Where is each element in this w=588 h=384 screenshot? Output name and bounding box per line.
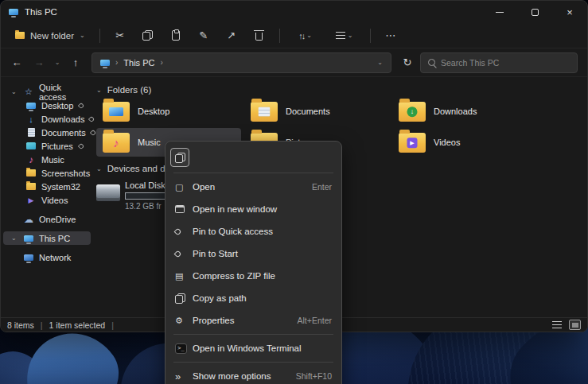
folders-group-header[interactable]: ⌄ Folders (6) xyxy=(96,85,151,95)
view-button[interactable]: ⌄ xyxy=(327,25,362,46)
recent-locations-button[interactable]: ⌄ xyxy=(52,53,63,72)
open-icon: ▢ xyxy=(175,182,193,192)
folder-tile-downloads[interactable]: Downloads xyxy=(392,97,537,126)
chevron-right-icon: › xyxy=(160,58,162,67)
sidebar-item-label: Quick access xyxy=(39,83,91,102)
pin-icon xyxy=(78,142,84,149)
minimize-button[interactable] xyxy=(482,1,517,23)
devices-group-header[interactable]: ⌄ Devices and dri xyxy=(96,164,170,173)
menu-copy-button[interactable] xyxy=(170,148,189,167)
folders-group-label: Folders (6) xyxy=(107,85,152,95)
new-folder-button[interactable]: New folder ⌄ xyxy=(9,28,92,44)
more-options-button[interactable]: ⋯ xyxy=(379,25,403,46)
chevron-right-icon: › xyxy=(115,58,118,67)
videos-icon: ▶ xyxy=(25,196,37,204)
sidebar-item-this-pc[interactable]: ⌄ This PC xyxy=(3,231,91,245)
window-title: This PC xyxy=(25,7,57,17)
music-folder-icon xyxy=(103,133,130,153)
sidebar-item-label: This PC xyxy=(39,234,70,243)
folder-tile-documents[interactable]: Documents xyxy=(244,97,389,126)
address-bar[interactable]: › This PC › ⌄ xyxy=(92,52,391,73)
sidebar-item-videos[interactable]: ▶ Videos xyxy=(3,193,91,207)
documents-icon xyxy=(25,128,37,137)
address-dropdown-icon[interactable]: ⌄ xyxy=(377,59,383,66)
chevron-down-icon: ⌄ xyxy=(11,235,18,242)
menu-item-compress-zip[interactable]: ▤ Compress to ZIP file xyxy=(165,265,341,287)
menu-item-copy-as-path[interactable]: Copy as path xyxy=(165,287,341,309)
paste-button[interactable] xyxy=(164,25,188,46)
refresh-button[interactable]: ↻ xyxy=(398,53,417,72)
sidebar-item-onedrive[interactable]: ☁ OneDrive xyxy=(3,212,91,226)
menu-item-open-windows-terminal[interactable]: >_ Open in Windows Terminal xyxy=(165,337,341,359)
status-divider: | xyxy=(41,320,43,330)
documents-folder-icon xyxy=(251,102,278,122)
titlebar: This PC × xyxy=(1,1,587,23)
search-icon xyxy=(428,59,435,66)
menu-item-open[interactable]: ▢ Open Enter xyxy=(165,176,341,198)
onedrive-icon: ☁ xyxy=(23,214,34,225)
sidebar-item-documents[interactable]: Documents xyxy=(3,126,91,139)
large-icons-view-icon xyxy=(572,323,578,328)
sidebar-item-screenshots[interactable]: Screenshots xyxy=(3,166,91,180)
folder-tile-desktop[interactable]: Desktop xyxy=(96,97,241,126)
maximize-button[interactable] xyxy=(517,1,552,23)
sidebar-item-pictures[interactable]: Pictures xyxy=(3,139,91,153)
share-icon: ↗ xyxy=(227,29,236,41)
close-icon: × xyxy=(567,7,573,17)
menu-item-show-more-options[interactable]: » Show more options Shift+F10 xyxy=(165,365,341,384)
folder-icon xyxy=(25,183,37,190)
delete-button[interactable] xyxy=(247,25,271,46)
sidebar-item-music[interactable]: ♪ Music xyxy=(3,153,91,166)
rename-button[interactable]: ✎ xyxy=(192,25,216,46)
toolbar-divider xyxy=(99,29,100,43)
sidebar-item-label: Network xyxy=(39,253,71,262)
sidebar-item-quick-access[interactable]: ⌄ ☆ Quick access xyxy=(3,85,91,99)
toolbar-divider xyxy=(370,29,371,43)
network-icon xyxy=(23,254,34,261)
chevron-down-icon: ⌄ xyxy=(55,59,60,66)
large-icons-view-button[interactable] xyxy=(569,320,581,330)
back-button[interactable]: ← xyxy=(7,53,26,72)
close-button[interactable]: × xyxy=(552,1,587,23)
copy-button[interactable] xyxy=(136,25,160,46)
folder-tile-videos[interactable]: Videos xyxy=(392,128,537,157)
details-view-button[interactable] xyxy=(549,319,565,332)
rename-icon: ✎ xyxy=(199,29,208,41)
menu-item-pin-start[interactable]: Pin to Start xyxy=(165,242,341,265)
forward-button[interactable]: → xyxy=(29,53,49,72)
music-icon: ♪ xyxy=(25,154,37,165)
sidebar-item-system32[interactable]: System32 xyxy=(3,180,91,193)
sidebar-item-label: OneDrive xyxy=(39,215,76,224)
menu-item-pin-quick-access[interactable]: Pin to Quick access xyxy=(165,220,341,242)
desktop-folder-icon xyxy=(103,102,130,122)
up-button[interactable]: ↑ xyxy=(66,53,85,72)
details-view-icon xyxy=(552,321,562,328)
refresh-icon: ↻ xyxy=(403,56,412,68)
sidebar-item-downloads[interactable]: ↓ Downloads xyxy=(3,112,91,126)
menu-item-open-new-window[interactable]: Open in new window xyxy=(165,198,341,220)
folder-icon xyxy=(25,169,37,176)
status-divider: | xyxy=(111,320,114,330)
desktop: This PC × New folder ⌄ ✂ ✎ ↗ ↑↓ xyxy=(0,0,588,384)
sort-button[interactable]: ↑↓ ⌄ xyxy=(288,25,323,46)
context-menu-icon-strip xyxy=(165,145,341,170)
sidebar-item-network[interactable]: Network xyxy=(3,250,91,264)
this-pc-icon xyxy=(23,235,34,242)
pin-icon xyxy=(175,251,193,257)
menu-item-properties[interactable]: ⚙ Properties Alt+Enter xyxy=(165,309,341,332)
search-input[interactable] xyxy=(441,58,570,68)
cut-button[interactable]: ✂ xyxy=(108,25,132,46)
quick-access-icon: ☆ xyxy=(23,87,34,97)
share-button[interactable]: ↗ xyxy=(220,25,243,46)
pin-icon xyxy=(78,102,84,108)
command-bar: New folder ⌄ ✂ ✎ ↗ ↑↓ ⌄ ⌄ ⋯ xyxy=(1,23,587,48)
maximize-icon xyxy=(532,9,539,16)
more-icon: ⋯ xyxy=(385,29,395,41)
chevron-down-icon: ⌄ xyxy=(96,87,102,94)
downloads-icon: ↓ xyxy=(25,114,37,124)
videos-folder-icon xyxy=(399,133,426,153)
menu-divider xyxy=(173,173,333,173)
up-icon: ↑ xyxy=(73,56,79,68)
breadcrumb-this-pc[interactable]: This PC xyxy=(123,58,154,68)
menu-divider xyxy=(173,334,333,335)
